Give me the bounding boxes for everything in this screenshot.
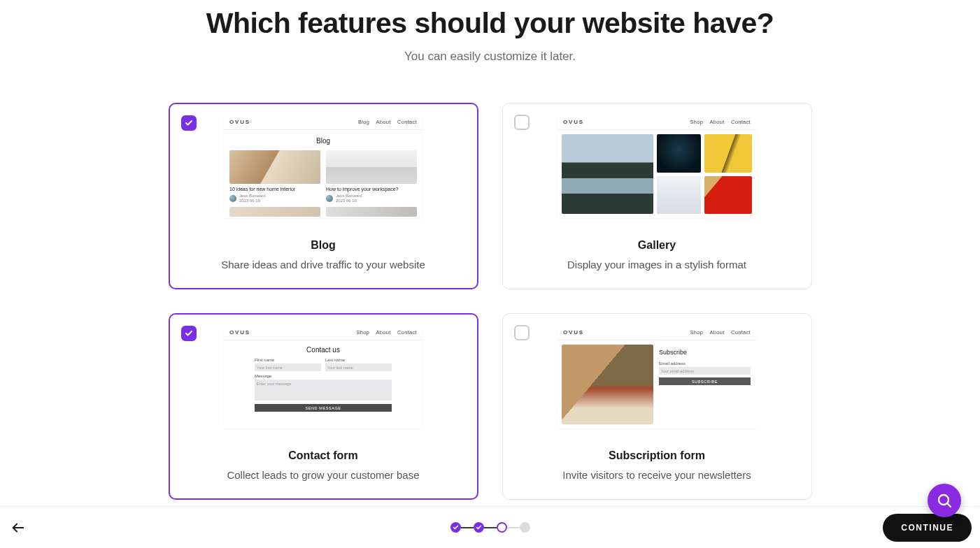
preview-brand: OVUS — [229, 329, 250, 336]
svg-line-2 — [947, 503, 951, 507]
step-segment — [461, 527, 474, 528]
preview-nav: Shop About Contact — [685, 329, 751, 336]
preview-image — [657, 176, 701, 215]
preview-blog: OVUS Blog About Contact Blog 10 ideas fo… — [224, 115, 422, 218]
preview-image — [229, 150, 320, 184]
avatar — [326, 195, 333, 202]
feature-card-gallery[interactable]: OVUS Shop About Contact Gallery Display … — [502, 103, 812, 289]
preview-label: Email address — [659, 361, 751, 366]
preview-page-title: Subscribe — [659, 349, 751, 356]
preview-page-title: Blog — [229, 137, 417, 145]
step-dot-4 — [520, 522, 530, 533]
feature-card-subscription[interactable]: OVUS Shop About Contact Subscribe Email … — [502, 313, 812, 500]
checkbox-gallery[interactable] — [514, 115, 530, 130]
feature-title: Contact form — [180, 449, 467, 462]
feature-description: Collect leads to grow your customer base — [180, 469, 467, 481]
preview-textarea: Enter your message — [255, 380, 392, 401]
preview-brand: OVUS — [563, 119, 584, 125]
preview-label: Last name — [325, 358, 392, 362]
checkbox-blog[interactable] — [181, 115, 197, 131]
preview-brand: OVUS — [229, 119, 250, 125]
continue-button[interactable]: CONTINUE — [883, 514, 972, 542]
checkbox-contact[interactable] — [181, 326, 197, 341]
step-segment — [484, 527, 497, 528]
preview-image — [704, 134, 752, 173]
preview-subscription: OVUS Shop About Contact Subscribe Email … — [558, 325, 756, 428]
preview-image — [562, 134, 653, 214]
preview-gallery: OVUS Shop About Contact — [558, 115, 756, 218]
preview-button: SUBSCRIBE — [659, 377, 751, 385]
features-grid: OVUS Blog About Contact Blog 10 ideas fo… — [169, 103, 812, 500]
progress-stepper — [450, 522, 530, 533]
preview-input: Your last name — [325, 363, 392, 371]
feature-title: Subscription form — [514, 449, 800, 462]
page-title: Which features should your website have? — [0, 7, 980, 40]
preview-nav: Shop About Contact — [351, 329, 417, 336]
preview-post-title: 10 ideas for new home interior — [229, 187, 320, 192]
preview-nav: Shop About Contact — [685, 119, 751, 125]
feature-description: Share ideas and drive traffic to your we… — [180, 259, 467, 271]
preview-image — [704, 176, 752, 215]
wizard-footer: CONTINUE — [0, 506, 980, 548]
feature-title: Blog — [180, 239, 467, 252]
preview-button: SEND MESSAGE — [255, 404, 392, 412]
preview-image — [326, 207, 417, 217]
check-icon — [476, 524, 482, 531]
preview-nav: Blog About Contact — [353, 119, 417, 125]
arrow-left-icon — [10, 520, 26, 535]
preview-page-title: Contact us — [255, 346, 392, 354]
feature-card-contact[interactable]: OVUS Shop About Contact Contact us First… — [169, 313, 478, 500]
feature-title: Gallery — [514, 239, 800, 252]
preview-image — [326, 150, 417, 184]
preview-image — [657, 134, 701, 173]
preview-post-title: How to improve your workspace? — [326, 187, 417, 192]
check-icon — [185, 329, 193, 338]
feature-card-blog[interactable]: OVUS Blog About Contact Blog 10 ideas fo… — [169, 103, 478, 289]
feature-description: Display your images in a stylish format — [514, 259, 800, 271]
check-icon — [453, 524, 459, 531]
check-icon — [185, 119, 193, 127]
preview-image — [562, 345, 653, 424]
step-dot-3 — [497, 522, 507, 533]
preview-input: Your first name — [255, 363, 321, 371]
avatar — [229, 195, 236, 202]
step-dot-1 — [450, 522, 461, 533]
feature-description: Invite visitors to receive your newslett… — [514, 469, 800, 481]
preview-label: Message — [255, 374, 392, 378]
preview-brand: OVUS — [563, 329, 584, 336]
page-subtitle: You can easily customize it later. — [0, 50, 980, 64]
checkbox-subscription[interactable] — [514, 325, 530, 340]
search-chat-icon — [936, 492, 953, 509]
preview-input: Your email address — [659, 367, 751, 375]
preview-label: First name — [255, 358, 321, 362]
preview-contact: OVUS Shop About Contact Contact us First… — [224, 325, 422, 428]
step-dot-2 — [474, 522, 484, 533]
back-button[interactable] — [8, 518, 28, 538]
step-segment — [507, 527, 520, 528]
chat-support-button[interactable] — [928, 484, 961, 517]
preview-image — [229, 207, 320, 217]
